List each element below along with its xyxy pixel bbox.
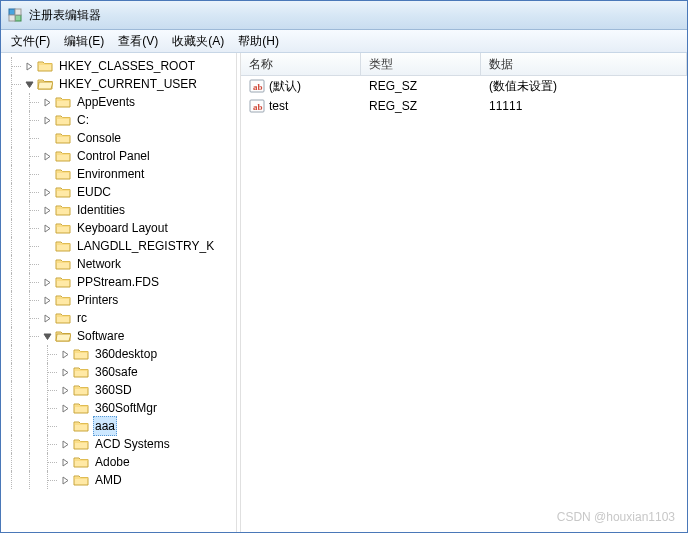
tree-node-adobe[interactable]: Adobe [3, 453, 236, 471]
folder-icon [73, 437, 89, 451]
value-name: test [269, 99, 288, 113]
menu-file[interactable]: 文件(F) [5, 31, 56, 52]
value-data: (数值未设置) [481, 76, 687, 97]
expand-icon[interactable] [57, 346, 73, 362]
menu-view[interactable]: 查看(V) [112, 31, 164, 52]
tree-node-c[interactable]: C: [3, 111, 236, 129]
folder-icon [55, 113, 71, 127]
expand-icon[interactable] [39, 292, 55, 308]
tree-node-hkcr[interactable]: HKEY_CLASSES_ROOT [3, 57, 236, 75]
tree-label: C: [75, 111, 91, 129]
tree-label: 360desktop [93, 345, 159, 363]
titlebar[interactable]: 注册表编辑器 [1, 1, 687, 30]
expand-icon[interactable] [39, 202, 55, 218]
folder-icon [55, 275, 71, 289]
tree-label: 360safe [93, 363, 140, 381]
expand-icon[interactable] [39, 94, 55, 110]
tree-label: Console [75, 129, 123, 147]
col-header-name[interactable]: 名称 [241, 53, 361, 75]
tree-label: 360SD [93, 381, 134, 399]
folder-icon [55, 203, 71, 217]
value-type: REG_SZ [361, 77, 481, 95]
folder-icon [37, 59, 53, 73]
col-header-type[interactable]: 类型 [361, 53, 481, 75]
values-pane[interactable]: 名称 类型 数据 (默认)REG_SZ(数值未设置)testREG_SZ1111… [241, 53, 687, 532]
folder-icon [73, 365, 89, 379]
expand-icon[interactable] [57, 436, 73, 452]
tree-label: ACD Systems [93, 435, 172, 453]
folder-icon [73, 383, 89, 397]
tree-label: Environment [75, 165, 146, 183]
string-value-icon [249, 78, 265, 94]
tree-node-360sd[interactable]: 360SD [3, 381, 236, 399]
tree-pane[interactable]: HKEY_CLASSES_ROOTHKEY_CURRENT_USERAppEve… [1, 53, 236, 532]
expand-icon[interactable] [39, 220, 55, 236]
expand-icon[interactable] [57, 454, 73, 470]
tree-label: AppEvents [75, 93, 137, 111]
tree-label: HKEY_CURRENT_USER [57, 75, 199, 93]
tree-label: aaa [93, 416, 117, 436]
tree-node-acd[interactable]: ACD Systems [3, 435, 236, 453]
content-area: HKEY_CLASSES_ROOTHKEY_CURRENT_USERAppEve… [1, 53, 687, 532]
tree-node-net[interactable]: Network [3, 255, 236, 273]
expand-icon[interactable] [57, 382, 73, 398]
tree-node-cp[interactable]: Control Panel [3, 147, 236, 165]
tree-node-360sm[interactable]: 360SoftMgr [3, 399, 236, 417]
tree-node-aaa[interactable]: aaa [3, 417, 236, 435]
folder-icon [55, 293, 71, 307]
tree-node-rc[interactable]: rc [3, 309, 236, 327]
tree-node-ident[interactable]: Identities [3, 201, 236, 219]
folder-icon [73, 455, 89, 469]
col-header-data[interactable]: 数据 [481, 53, 687, 75]
tree-node-lang[interactable]: LANGDLL_REGISTRY_K [3, 237, 236, 255]
tree-node-360d[interactable]: 360desktop [3, 345, 236, 363]
value-data: 11111 [481, 97, 687, 115]
expand-icon[interactable] [57, 472, 73, 488]
tree-label: 360SoftMgr [93, 399, 159, 417]
folder-icon [55, 221, 71, 235]
menu-edit[interactable]: 编辑(E) [58, 31, 110, 52]
tree-node-eudc[interactable]: EUDC [3, 183, 236, 201]
menu-fav[interactable]: 收藏夹(A) [166, 31, 230, 52]
folder-icon [73, 347, 89, 361]
window-title: 注册表编辑器 [29, 7, 101, 24]
folder-icon [55, 149, 71, 163]
regedit-icon [7, 7, 23, 23]
collapse-icon[interactable] [39, 328, 55, 344]
tree-label: AMD [93, 471, 124, 489]
folder-icon [55, 167, 71, 181]
menu-help[interactable]: 帮助(H) [232, 31, 285, 52]
expand-icon[interactable] [21, 58, 37, 74]
expand-icon[interactable] [39, 310, 55, 326]
tree-label: Network [75, 255, 123, 273]
tree-label: Identities [75, 201, 127, 219]
tree-node-amd[interactable]: AMD [3, 471, 236, 489]
folder-icon [55, 95, 71, 109]
expand-icon[interactable] [57, 364, 73, 380]
tree-node-pps[interactable]: PPStream.FDS [3, 273, 236, 291]
tree-label: PPStream.FDS [75, 273, 161, 291]
tree-node-prn[interactable]: Printers [3, 291, 236, 309]
tree-node-hkcu[interactable]: HKEY_CURRENT_USER [3, 75, 236, 93]
tree-node-kb[interactable]: Keyboard Layout [3, 219, 236, 237]
tree-label: Adobe [93, 453, 132, 471]
folder-icon [55, 239, 71, 253]
tree-label: Printers [75, 291, 120, 309]
tree-node-sw[interactable]: Software [3, 327, 236, 345]
tree-node-env[interactable]: Environment [3, 165, 236, 183]
expand-icon[interactable] [39, 112, 55, 128]
expand-icon[interactable] [39, 184, 55, 200]
value-row[interactable]: (默认)REG_SZ(数值未设置) [241, 76, 687, 96]
expand-icon[interactable] [39, 274, 55, 290]
folder-icon [55, 131, 71, 145]
expand-icon[interactable] [57, 400, 73, 416]
tree-node-appEvents[interactable]: AppEvents [3, 93, 236, 111]
value-row[interactable]: testREG_SZ11111 [241, 96, 687, 116]
tree-node-console[interactable]: Console [3, 129, 236, 147]
tree-label: HKEY_CLASSES_ROOT [57, 57, 197, 75]
folder-icon [55, 185, 71, 199]
tree-node-360s[interactable]: 360safe [3, 363, 236, 381]
collapse-icon[interactable] [21, 76, 37, 92]
expand-icon[interactable] [39, 148, 55, 164]
list-header: 名称 类型 数据 [241, 53, 687, 76]
